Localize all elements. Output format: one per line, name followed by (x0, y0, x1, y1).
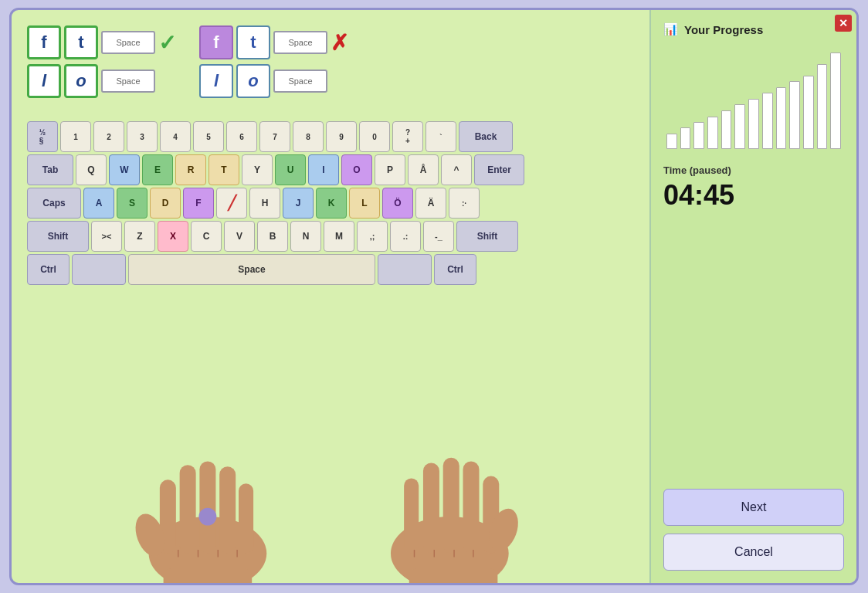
key-f-correct: f (27, 25, 61, 59)
progress-chart (663, 49, 844, 149)
key-u[interactable]: U (275, 154, 306, 185)
close-button[interactable]: ✕ (835, 15, 852, 32)
key-a[interactable]: A (83, 188, 114, 219)
key-h[interactable]: H (249, 188, 280, 219)
key-o-umlaut[interactable]: Ö (382, 188, 413, 219)
key-8[interactable]: 8 (293, 121, 324, 152)
key-caps[interactable]: Caps (27, 188, 81, 219)
svg-rect-2 (180, 465, 196, 554)
key-v[interactable]: V (224, 221, 255, 252)
key-t-correct: t (64, 25, 98, 59)
key-o-attempt: o (236, 64, 270, 98)
key-1[interactable]: 1 (60, 121, 91, 152)
key-6[interactable]: 6 (226, 121, 257, 152)
progress-section: 📊 Your Progress Time (paused) 04:45 (663, 22, 844, 227)
next-button[interactable]: Next (663, 489, 844, 526)
key-space[interactable]: Space (128, 254, 375, 285)
main-container: ✕ f t Space ✓ l o Space (9, 8, 859, 585)
key-f[interactable]: F (183, 188, 214, 219)
key-plus[interactable]: ?+ (392, 121, 423, 152)
key-i[interactable]: I (308, 154, 339, 185)
key-n[interactable]: N (290, 221, 321, 252)
chart-bar (817, 64, 828, 149)
keyboard-row-space: Ctrl Space Ctrl (27, 254, 583, 285)
key-backspace[interactable]: Back (459, 121, 513, 152)
key-b[interactable]: B (257, 221, 288, 252)
key-ctrl-left[interactable]: Ctrl (27, 254, 70, 285)
key-q[interactable]: Q (76, 154, 107, 185)
key-tab[interactable]: Tab (27, 154, 73, 185)
key-win-right[interactable] (378, 254, 432, 285)
xmark: ✗ (331, 30, 348, 56)
chart-bar (776, 87, 787, 149)
key-win-left[interactable] (72, 254, 126, 285)
key-colon[interactable]: :· (449, 188, 480, 219)
svg-rect-18 (404, 478, 419, 553)
chart-bar (721, 110, 732, 149)
key-l-correct: l (27, 64, 61, 98)
chart-bar (762, 93, 773, 149)
key-slash-cross[interactable]: ╱ (216, 188, 247, 219)
keyboard-row-qwerty: Tab Q W E R T Y U I O P Å ^ Enter (27, 154, 583, 185)
key-half-section[interactable]: ½§ (27, 121, 58, 152)
key-comma[interactable]: ,; (357, 221, 388, 252)
key-angle-bracket[interactable]: >< (91, 221, 122, 252)
progress-title: 📊 Your Progress (663, 22, 844, 36)
key-r[interactable]: R (175, 154, 206, 185)
chart-bar (693, 122, 704, 149)
key-x[interactable]: X (158, 221, 188, 252)
right-panel: 📊 Your Progress Time (paused) 04:45 Next… (649, 10, 856, 583)
space-key-correct-1: Space (101, 31, 155, 54)
key-caret[interactable]: ^ (441, 154, 472, 185)
attempt-row1: f t Space ✗ (199, 25, 348, 59)
key-k[interactable]: K (316, 188, 347, 219)
key-enter[interactable]: Enter (474, 154, 524, 185)
key-j[interactable]: J (283, 188, 314, 219)
key-5[interactable]: 5 (193, 121, 224, 152)
svg-rect-16 (443, 458, 459, 554)
key-shift-left[interactable]: Shift (27, 221, 89, 252)
key-c[interactable]: C (191, 221, 222, 252)
key-4[interactable]: 4 (160, 121, 191, 152)
attempt-word-group: f t Space ✗ l o Space (199, 25, 348, 98)
key-backtick[interactable]: ` (426, 121, 456, 152)
key-a-umlaut[interactable]: Ä (415, 188, 446, 219)
key-period[interactable]: .: (390, 221, 421, 252)
key-d[interactable]: D (150, 188, 181, 219)
chart-bar (707, 117, 718, 149)
key-e[interactable]: E (142, 154, 173, 185)
key-2[interactable]: 2 (93, 121, 124, 152)
key-o[interactable]: O (341, 154, 372, 185)
key-t[interactable]: T (209, 154, 239, 185)
key-w[interactable]: W (109, 154, 140, 185)
key-7[interactable]: 7 (259, 121, 290, 152)
attempt-row2: l o Space (199, 64, 348, 98)
key-9[interactable]: 9 (326, 121, 357, 152)
right-hand (331, 421, 547, 583)
chart-bar (803, 76, 814, 149)
checkmark: ✓ (158, 30, 176, 56)
key-shift-right[interactable]: Shift (456, 221, 518, 252)
key-ctrl-right[interactable]: Ctrl (434, 254, 476, 285)
key-o-correct: o (64, 64, 98, 98)
cancel-button[interactable]: Cancel (663, 534, 844, 571)
progress-title-text: Your Progress (684, 23, 763, 36)
key-m[interactable]: M (324, 221, 354, 252)
svg-rect-15 (463, 462, 480, 554)
key-3[interactable]: 3 (127, 121, 158, 152)
key-minus[interactable]: -_ (423, 221, 454, 252)
key-s[interactable]: S (117, 188, 147, 219)
key-z[interactable]: Z (124, 221, 155, 252)
svg-rect-20 (409, 568, 498, 583)
key-0[interactable]: 0 (359, 121, 390, 152)
key-a-ring[interactable]: Å (408, 154, 439, 185)
correct-row1: f t Space ✓ (27, 25, 176, 59)
key-y[interactable]: Y (242, 154, 273, 185)
svg-rect-17 (423, 463, 439, 553)
key-l[interactable]: L (349, 188, 380, 219)
key-p[interactable]: P (375, 154, 405, 185)
chart-bar (680, 127, 691, 149)
time-value: 04:45 (663, 179, 844, 212)
keyboard-row-asdf: Caps A S D F ╱ H J K L Ö Ä :· (27, 188, 583, 219)
left-panel: f t Space ✓ l o Space f t Space ✗ (12, 10, 649, 583)
